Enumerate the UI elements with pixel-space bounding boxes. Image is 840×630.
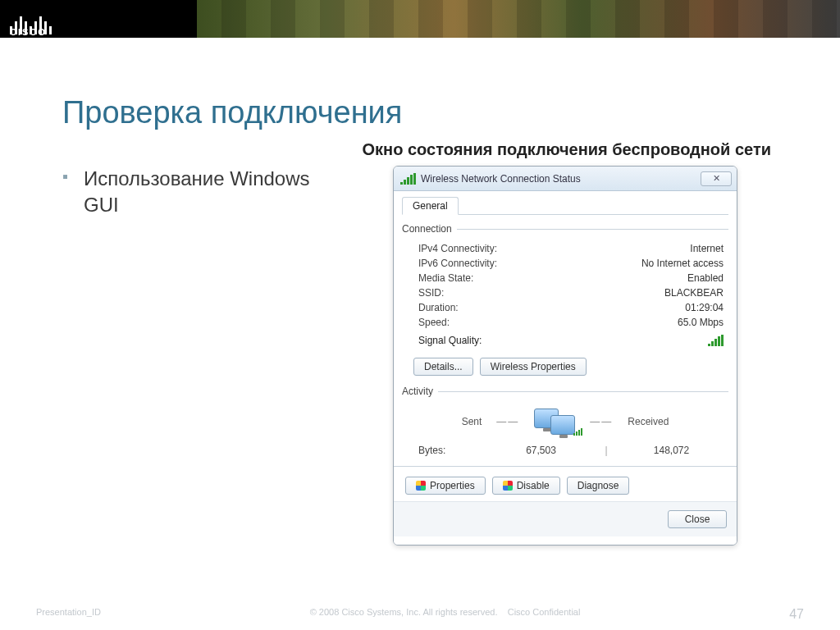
ssid-label: SSID: bbox=[418, 287, 444, 299]
media-state-value: Enabled bbox=[687, 272, 724, 284]
dialog-titlebar[interactable]: Wireless Network Connection Status ✕ bbox=[394, 167, 737, 191]
shield-icon bbox=[503, 481, 513, 491]
slide-subtitle: Окно состояния подключения беспроводной … bbox=[62, 140, 778, 159]
speed-label: Speed: bbox=[418, 317, 450, 328]
footer-copyright: © 2008 Cisco Systems, Inc. All rights re… bbox=[310, 607, 498, 617]
ipv4-label: IPv4 Connectivity: bbox=[418, 243, 497, 254]
slide-body: Проверка подключения Окно состояния подк… bbox=[0, 38, 840, 630]
wifi-signal-icon bbox=[400, 173, 416, 185]
bytes-received-value: 148,072 bbox=[623, 445, 720, 456]
properties-button[interactable]: Properties bbox=[405, 477, 486, 495]
dialog-title: Wireless Network Connection Status bbox=[421, 173, 696, 185]
ipv6-value: No Internet access bbox=[641, 258, 724, 269]
banner-photo-strip bbox=[197, 0, 840, 38]
activity-graphic: Sent —— —— Received bbox=[402, 404, 728, 440]
wireless-status-dialog: Wireless Network Connection Status ✕ Gen… bbox=[393, 166, 737, 546]
page-number: 47 bbox=[789, 607, 804, 622]
cisco-logo-area: CISCO bbox=[0, 0, 197, 38]
footer-left: Presentation_ID bbox=[36, 607, 101, 622]
signal-quality-label: Signal Quality: bbox=[418, 335, 482, 346]
duration-label: Duration: bbox=[418, 302, 459, 313]
media-state-label: Media State: bbox=[418, 272, 473, 284]
bytes-label: Bytes: bbox=[418, 445, 492, 456]
signal-quality-icon bbox=[708, 335, 724, 346]
slide-title: Проверка подключения bbox=[62, 95, 778, 130]
ipv6-label: IPv6 Connectivity: bbox=[418, 258, 497, 269]
diagnose-button[interactable]: Diagnose bbox=[567, 477, 630, 495]
tab-general[interactable]: General bbox=[402, 197, 459, 215]
sent-label: Sent bbox=[462, 416, 482, 427]
received-label: Received bbox=[628, 416, 669, 427]
ipv4-value: Internet bbox=[690, 243, 724, 254]
ssid-value: BLACKBEAR bbox=[664, 287, 724, 299]
bytes-sent-value: 67,503 bbox=[492, 445, 590, 456]
tab-row: General bbox=[402, 196, 728, 215]
shield-icon bbox=[416, 481, 426, 491]
details-button[interactable]: Details... bbox=[413, 358, 473, 376]
disable-button[interactable]: Disable bbox=[492, 477, 560, 495]
top-banner: CISCO bbox=[0, 0, 840, 38]
group-activity-label: Activity bbox=[402, 386, 433, 397]
duration-value: 01:29:04 bbox=[685, 302, 724, 313]
cisco-word: CISCO bbox=[10, 27, 47, 37]
network-computers-icon bbox=[534, 409, 575, 435]
wireless-properties-button[interactable]: Wireless Properties bbox=[480, 358, 587, 376]
group-connection-label: Connection bbox=[402, 223, 452, 235]
close-button[interactable]: Close bbox=[668, 510, 727, 528]
bullet-item: Использование Windows GUI bbox=[62, 166, 333, 219]
speed-value: 65.0 Mbps bbox=[678, 317, 724, 328]
slide-footer: Presentation_ID © 2008 Cisco Systems, In… bbox=[0, 607, 840, 622]
bullet-list: Использование Windows GUI bbox=[62, 166, 333, 546]
footer-confidential: Cisco Confidential bbox=[508, 607, 581, 617]
close-icon[interactable]: ✕ bbox=[701, 171, 732, 186]
